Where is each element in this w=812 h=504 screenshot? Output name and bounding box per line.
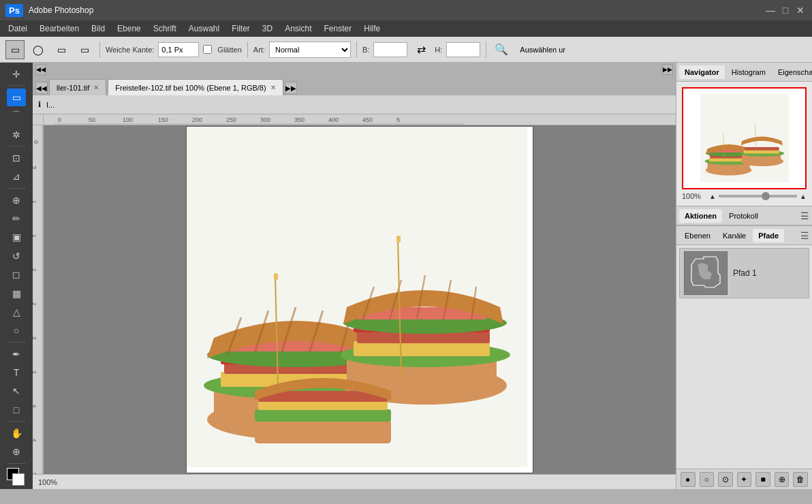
info-icon[interactable]: ℹ — [38, 100, 41, 109]
ruler-row: 0 50 100 150 200 250 300 350 400 450 5 — [33, 114, 676, 125]
layers-icon[interactable]: I... — [46, 101, 54, 109]
tool-move[interactable]: ✛ — [7, 65, 26, 82]
zoom-level: 100% — [38, 478, 57, 486]
new-path-btn[interactable]: ⊕ — [775, 472, 790, 487]
delete-path-btn[interactable]: 🗑 — [793, 472, 808, 487]
menu-item-fenster[interactable]: Fenster — [319, 22, 358, 35]
bottom-panel-menu-icon[interactable]: ☰ — [800, 230, 809, 241]
single-col-btn[interactable]: ▭ — [75, 40, 94, 59]
tool-shape[interactable]: □ — [7, 401, 26, 418]
tab-histogram[interactable]: Histogram — [726, 65, 771, 79]
selection-to-path-btn[interactable]: ✦ — [737, 472, 752, 487]
tab-2-close[interactable]: ✕ — [270, 84, 276, 91]
maximize-button[interactable]: □ — [779, 4, 792, 16]
navigator-zoom-in-btn[interactable]: ▲ — [800, 193, 807, 200]
svg-rect-75 — [745, 147, 779, 151]
tool-pen[interactable]: ✒ — [7, 345, 26, 362]
close-button[interactable]: ✕ — [794, 4, 807, 16]
art-select[interactable]: Normal Zu Auswahl hinzufügen Von Auswahl… — [269, 42, 351, 58]
ruler-vertical: 0 5 1 1 2 2 3 3 4 4 5 — [33, 125, 44, 474]
search-btn[interactable]: 🔍 — [492, 40, 511, 59]
tool-rect-select[interactable]: ▭ — [7, 89, 26, 106]
tab-2[interactable]: Freisteller-102.tif bei 100% (Ebene 1, R… — [108, 79, 283, 95]
b-input[interactable] — [373, 42, 407, 57]
toolbar-sep-3 — [356, 42, 357, 58]
menu-item-bild[interactable]: Bild — [86, 22, 110, 35]
tab-scroll-right[interactable]: ▶▶ — [285, 82, 297, 94]
navigator-preview[interactable] — [682, 87, 807, 189]
menu-item-datei[interactable]: Datei — [3, 22, 33, 35]
glatt-checkbox[interactable] — [203, 45, 212, 54]
tool-zoom[interactable]: ⊕ — [7, 443, 26, 460]
svg-text:3: 3 — [33, 371, 37, 374]
menu-item-filter[interactable]: Filter — [226, 22, 255, 35]
path-to-selection-btn[interactable]: ⊙ — [718, 472, 733, 487]
tool-sep-2 — [7, 146, 26, 146]
tab-kanaele[interactable]: Kanäle — [717, 229, 751, 242]
tool-history[interactable]: ↺ — [7, 247, 26, 264]
path-thumbnail-1 — [684, 251, 728, 295]
canvas-image — [187, 127, 527, 467]
tab-eigenschaf[interactable]: Eigenschaf — [772, 65, 812, 79]
tool-hand[interactable]: ✋ — [7, 424, 26, 441]
tool-stamp[interactable]: ▣ — [7, 229, 26, 246]
menu-item-ansicht[interactable]: Ansicht — [279, 22, 317, 35]
ellipse-marquee-btn[interactable]: ◯ — [29, 40, 48, 59]
tool-text[interactable]: T — [7, 364, 26, 381]
tool-lasso[interactable]: ⌒ — [7, 108, 26, 125]
middle-panel-menu-icon[interactable]: ☰ — [800, 210, 809, 221]
tab-1-close[interactable]: ✕ — [93, 84, 99, 91]
tool-dodge[interactable]: ○ — [7, 322, 26, 339]
navigator-slider[interactable] — [719, 195, 797, 198]
menu-item-3d[interactable]: 3D — [257, 22, 278, 35]
tab-navigator[interactable]: Navigator — [679, 65, 725, 79]
auswahlen-btn[interactable]: Auswählen ur — [515, 40, 570, 59]
color-swatches[interactable] — [7, 468, 26, 485]
collapse-right-arrow[interactable]: ▶▶ — [662, 64, 673, 75]
svg-text:5: 5 — [396, 116, 400, 123]
tool-blur[interactable]: △ — [7, 303, 26, 320]
menu-item-schrift[interactable]: Schrift — [148, 22, 182, 35]
menu-item-auswahl[interactable]: Auswahl — [183, 22, 225, 35]
tab-1[interactable]: ller-101.tif ✕ — [49, 79, 106, 95]
canvas[interactable] — [186, 126, 533, 473]
fill-path-btn[interactable]: ● — [681, 472, 696, 487]
tool-heal[interactable]: ⊕ — [7, 191, 26, 208]
path-item-1[interactable]: Pfad 1 — [679, 248, 809, 298]
tab-scroll-left[interactable]: ◀◀ — [35, 82, 48, 94]
collapse-left-arrow[interactable]: ◀◀ — [35, 64, 46, 75]
tab-protokoll[interactable]: Protokoll — [723, 209, 764, 223]
tool-sep-3 — [7, 188, 26, 189]
stroke-path-btn[interactable]: ○ — [700, 472, 715, 487]
h-input[interactable] — [446, 42, 480, 57]
tab-pfade[interactable]: Pfade — [753, 229, 784, 242]
tool-brush[interactable]: ✏ — [7, 210, 26, 227]
single-row-btn[interactable]: ▭ — [52, 40, 71, 59]
tool-path-select[interactable]: ↖ — [7, 383, 26, 400]
tab-ebenen[interactable]: Ebenen — [679, 229, 716, 242]
swap-btn[interactable]: ⇄ — [411, 40, 431, 59]
menu-item-hilfe[interactable]: Hilfe — [358, 22, 386, 35]
app-title: Adobe Photoshop — [29, 5, 93, 15]
middle-panel-tabbar: Aktionen Protokoll ☰ — [676, 206, 812, 225]
toolbar-sep-2 — [247, 42, 248, 58]
tool-eyedropper[interactable]: ⊿ — [7, 168, 26, 185]
rect-marquee-btn[interactable]: ▭ — [5, 40, 25, 59]
ruler-horizontal: 0 50 100 150 200 250 300 350 400 450 5 — [44, 114, 676, 125]
tool-crop[interactable]: ⊡ — [7, 149, 26, 166]
navigator-slider-thumb[interactable] — [762, 192, 770, 200]
add-mask-btn[interactable]: ■ — [755, 472, 770, 487]
svg-text:4: 4 — [33, 405, 37, 408]
menu-item-bearbeiten[interactable]: Bearbeiten — [34, 22, 84, 35]
tool-gradient[interactable]: ▦ — [7, 285, 26, 302]
svg-text:0: 0 — [33, 140, 40, 144]
layers-bottom: ● ○ ⊙ ✦ ■ ⊕ 🗑 — [676, 469, 812, 489]
tool-magic-wand[interactable]: ✲ — [7, 126, 26, 143]
tab-aktionen[interactable]: Aktionen — [679, 209, 722, 223]
feather-input[interactable] — [158, 42, 199, 57]
main-area: ✛ ▭ ⌒ ✲ ⊡ ⊿ ⊕ ✏ ▣ ↺ ◻ ▦ △ ○ ✒ T ↖ □ ✋ ⊕ — [0, 63, 812, 489]
navigator-zoom-out-btn[interactable]: ▲ — [709, 193, 716, 200]
tool-eraser[interactable]: ◻ — [7, 266, 26, 283]
menu-item-ebene[interactable]: Ebene — [112, 22, 146, 35]
minimize-button[interactable]: — — [764, 4, 777, 16]
